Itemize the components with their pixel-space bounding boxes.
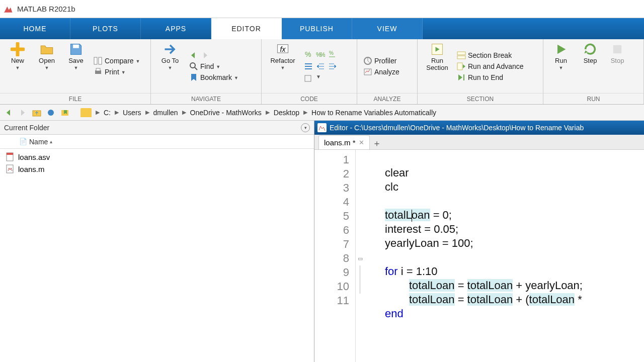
code-tool-icon[interactable] <box>304 74 313 83</box>
run-to-end-label: Run to End <box>468 73 503 81</box>
profiler-button[interactable]: Profiler <box>363 56 399 65</box>
stop-label: Stop <box>611 57 624 64</box>
stop-icon <box>610 42 624 56</box>
run-section-button[interactable]: Run Section <box>421 41 454 72</box>
run-to-end-icon <box>457 73 466 82</box>
crumb-dmullen[interactable]: dmullen <box>153 109 178 117</box>
goto-icon <box>163 42 177 56</box>
indent-left-icon[interactable] <box>328 62 337 71</box>
close-icon[interactable]: ✕ <box>359 139 364 146</box>
ribbon-tabstrip: HOME PLOTS APPS EDITOR PUBLISH VIEW <box>0 18 644 39</box>
save-label: Save <box>68 57 84 64</box>
file-name: loans.asv <box>18 153 50 161</box>
tab-view[interactable]: VIEW <box>352 18 423 39</box>
crumb-folder[interactable]: How to Rename Variables Automatically <box>311 109 436 117</box>
nav-back-forward[interactable] <box>189 51 238 60</box>
svg-rect-17 <box>457 56 465 59</box>
goto-button[interactable]: Go To ▼ <box>154 41 186 70</box>
new-tab-button[interactable]: ＋ <box>370 137 384 149</box>
crumb-c[interactable]: C: <box>104 109 111 117</box>
tab-home[interactable]: HOME <box>0 18 70 39</box>
asv-file-icon <box>5 152 15 162</box>
group-label-code: CODE <box>262 93 357 104</box>
svg-rect-12 <box>305 75 311 81</box>
run-section-icon <box>430 42 444 56</box>
line-gutter: 123 456 789 1011 <box>314 150 356 362</box>
compare-label: Compare <box>105 57 134 65</box>
profiler-label: Profiler <box>374 57 396 65</box>
current-folder-title: Current Folder <box>4 124 49 132</box>
app-title: MATLAB R2021b <box>17 5 75 13</box>
group-label-navigate: NAVIGATE <box>151 93 261 104</box>
chevron-down-icon: ▼ <box>16 65 20 70</box>
indent-icon[interactable] <box>304 62 313 71</box>
save-button[interactable]: Save ▼ <box>61 41 91 70</box>
print-button[interactable]: Print ▼ <box>94 67 140 76</box>
back-button[interactable] <box>3 107 14 118</box>
new-button[interactable]: New ▼ <box>3 41 32 70</box>
bookmark-button[interactable]: Bookmark ▼ <box>189 73 238 82</box>
m-file-icon <box>5 164 15 174</box>
comment-icon[interactable]: % <box>304 50 313 59</box>
group-label-file: FILE <box>0 93 150 104</box>
svg-rect-16 <box>457 52 465 55</box>
search-icon <box>189 62 198 71</box>
matlab-logo-icon <box>3 4 13 14</box>
refactor-label: Refactor <box>270 57 295 64</box>
folder-icon <box>80 108 92 117</box>
stop-button[interactable]: Stop <box>605 41 630 64</box>
svg-rect-26 <box>317 123 327 132</box>
analyze-icon <box>363 67 372 76</box>
code-editor[interactable]: 123 456 789 1011 ▭ clearclctotalLoan = 0… <box>314 150 644 362</box>
open-button[interactable]: Open ▼ <box>32 41 61 70</box>
wrap-comment-icon[interactable]: % <box>328 50 337 59</box>
globe-folder-button[interactable] <box>45 107 56 118</box>
name-column-header[interactable]: 📄 Name ▴ <box>0 135 314 149</box>
file-row[interactable]: loans.asv <box>0 151 314 163</box>
compare-button[interactable]: Compare ▼ <box>94 56 140 65</box>
svg-rect-2 <box>99 57 102 64</box>
play-icon <box>554 42 568 56</box>
crumb-users[interactable]: Users <box>123 109 141 117</box>
find-button[interactable]: Find ▼ <box>189 62 238 71</box>
svg-rect-1 <box>94 57 97 64</box>
editor-tab-label: loans.m * <box>324 138 356 147</box>
chevron-down-icon: ▼ <box>559 65 564 70</box>
tab-plots[interactable]: PLOTS <box>70 18 141 39</box>
tab-apps[interactable]: APPS <box>141 18 211 39</box>
chevron-right-icon: ▶ <box>181 109 187 116</box>
editor-tab-bar: loans.m * ✕ ＋ <box>314 135 644 150</box>
tab-editor[interactable]: EDITOR <box>211 18 282 39</box>
fold-toggle[interactable]: ▭ <box>356 251 365 265</box>
file-row[interactable]: loans.m <box>0 163 314 175</box>
chevron-down-icon: ▼ <box>74 65 78 70</box>
chevron-down-icon: ▼ <box>234 75 238 80</box>
sort-asc-icon: ▴ <box>50 139 52 144</box>
editor-title-text: Editor - C:\Users\dmullen\OneDrive - Mat… <box>330 124 584 132</box>
uncomment-icon[interactable]: %% <box>316 50 325 59</box>
tab-publish[interactable]: PUBLISH <box>282 18 352 39</box>
bookmark-icon <box>189 73 198 82</box>
section-break-button[interactable]: Section Break <box>457 51 524 60</box>
bookmark-folder-button[interactable] <box>59 107 70 118</box>
panel-menu-button[interactable]: ▾ <box>301 123 310 132</box>
run-advance-button[interactable]: Run and Advance <box>457 62 524 71</box>
up-folder-button[interactable] <box>31 107 42 118</box>
code-content[interactable]: clearclctotalLoan = 0;interest = 0.05;ye… <box>365 150 583 362</box>
run-to-end-button[interactable]: Run to End <box>457 73 524 82</box>
forward-button[interactable] <box>17 107 28 118</box>
svg-text:fx: fx <box>280 45 286 53</box>
run-advance-label: Run and Advance <box>468 62 524 70</box>
editor-tab[interactable]: loans.m * ✕ <box>318 135 370 149</box>
crumb-onedrive[interactable]: OneDrive - MathWorks <box>190 109 262 117</box>
analyze-button[interactable]: Analyze <box>363 67 399 76</box>
svg-text:%: % <box>320 51 325 58</box>
crumb-desktop[interactable]: Desktop <box>274 109 299 117</box>
indent-right-icon[interactable] <box>316 62 325 71</box>
chevron-right-icon: ▶ <box>144 109 150 116</box>
step-button[interactable]: Step <box>576 41 605 64</box>
name-header-label: Name <box>29 138 48 146</box>
refactor-button[interactable]: fx Refactor ▼ <box>265 41 301 70</box>
chevron-right-icon: ▶ <box>265 109 271 116</box>
run-button[interactable]: Run ▼ <box>546 41 576 70</box>
